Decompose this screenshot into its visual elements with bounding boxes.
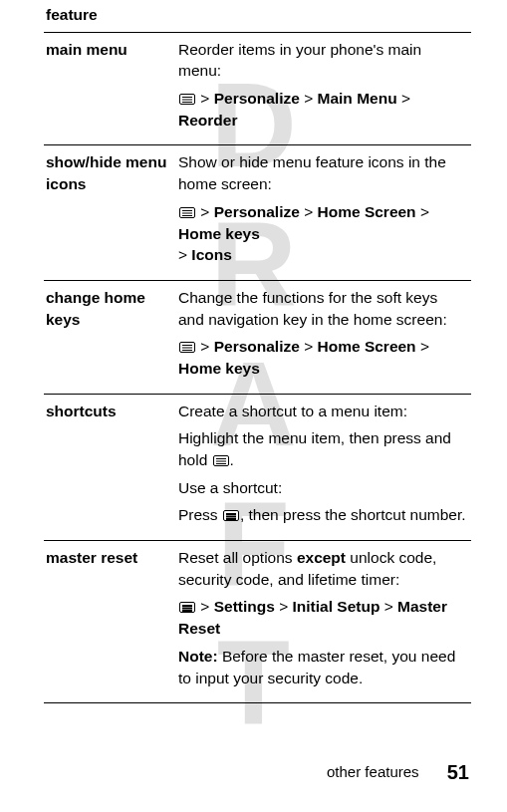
gt: > <box>420 203 429 220</box>
feature-desc: Reset all options except unlock code, se… <box>176 541 471 703</box>
footer-section: other features <box>327 763 419 780</box>
note-label: Note: <box>178 648 222 665</box>
path-part: Personalize <box>214 203 300 220</box>
feature-table: feature main menu Reorder items in your … <box>44 0 471 703</box>
path-part: Home keys <box>178 225 260 242</box>
gt: > <box>279 598 288 615</box>
desc-text: Create a shortcut to a menu item: <box>178 401 467 422</box>
desc-text: Press , then press the shortcut number. <box>178 504 467 526</box>
gt: > <box>384 598 393 615</box>
feature-desc: Change the functions for the soft keys a… <box>176 280 471 394</box>
note-text: Note: Before the master reset, you need … <box>178 646 467 688</box>
gt: > <box>178 246 187 263</box>
text-part: , then press the shortcut number. <box>240 506 466 523</box>
gt: > <box>304 90 313 107</box>
text-part: Reset all options <box>178 549 297 566</box>
path-part: Home Screen <box>318 338 416 355</box>
path-part: Main Menu <box>318 90 397 107</box>
desc-text: Use a shortcut: <box>178 477 467 499</box>
menu-path: > Settings > Initial Setup > Master Rese… <box>178 596 467 639</box>
table-row: master reset Reset all options except un… <box>44 541 471 703</box>
desc-text: Change the functions for the soft keys a… <box>178 287 467 330</box>
table-row: main menu Reorder items in your phone's … <box>44 32 471 145</box>
menu-path: > Personalize > Home Screen > Home keys <box>178 336 467 379</box>
table-row: shortcuts Create a shortcut to a menu it… <box>44 394 471 540</box>
menu-key-icon <box>179 207 195 218</box>
gt: > <box>304 203 313 220</box>
menu-path: > Personalize > Main Menu > Reorder <box>178 88 467 131</box>
feature-label: show/hide menu icons <box>44 145 176 280</box>
gt: > <box>200 338 209 355</box>
page-footer: other features 51 <box>327 761 469 784</box>
feature-label: change home keys <box>44 280 176 394</box>
feature-label: master reset <box>44 541 176 703</box>
feature-label: shortcuts <box>44 394 176 540</box>
gt: > <box>401 90 410 107</box>
desc-text: Show or hide menu feature icons in the h… <box>178 151 467 194</box>
text-part: Press <box>178 506 222 523</box>
gt: > <box>420 338 429 355</box>
menu-key-icon <box>179 94 195 105</box>
desc-text: Highlight the menu item, then press and … <box>178 427 467 470</box>
table-header-row: feature <box>44 0 471 32</box>
path-part: Icons <box>191 246 231 263</box>
desc-text: Reset all options except unlock code, se… <box>178 547 467 590</box>
text-bold: except <box>297 549 346 566</box>
feature-label: main menu <box>44 32 176 145</box>
feature-desc: Create a shortcut to a menu item: Highli… <box>176 394 471 540</box>
menu-key-icon <box>179 602 195 613</box>
menu-key-icon <box>223 510 239 521</box>
feature-desc: Reorder items in your phone's main menu:… <box>176 32 471 145</box>
path-part: Reorder <box>178 112 237 129</box>
table-row: change home keys Change the functions fo… <box>44 280 471 394</box>
table-header: feature <box>44 0 471 32</box>
path-part: Settings <box>214 598 275 615</box>
path-part: Initial Setup <box>293 598 380 615</box>
path-part: Personalize <box>214 90 300 107</box>
path-part: Home keys <box>178 360 260 377</box>
gt: > <box>304 338 313 355</box>
text-part: . <box>230 451 234 468</box>
menu-path: > Personalize > Home Screen > Home keys … <box>178 201 467 266</box>
path-part: Home Screen <box>318 203 416 220</box>
page-number: 51 <box>447 761 469 783</box>
gt: > <box>200 203 209 220</box>
feature-desc: Show or hide menu feature icons in the h… <box>176 145 471 280</box>
gt: > <box>200 90 209 107</box>
page-content: feature main menu Reorder items in your … <box>0 0 507 703</box>
desc-text: Reorder items in your phone's main menu: <box>178 39 467 82</box>
menu-key-icon <box>213 455 229 466</box>
menu-key-icon <box>179 342 195 353</box>
gt: > <box>200 598 209 615</box>
path-part: Personalize <box>214 338 300 355</box>
table-row: show/hide menu icons Show or hide menu f… <box>44 145 471 280</box>
